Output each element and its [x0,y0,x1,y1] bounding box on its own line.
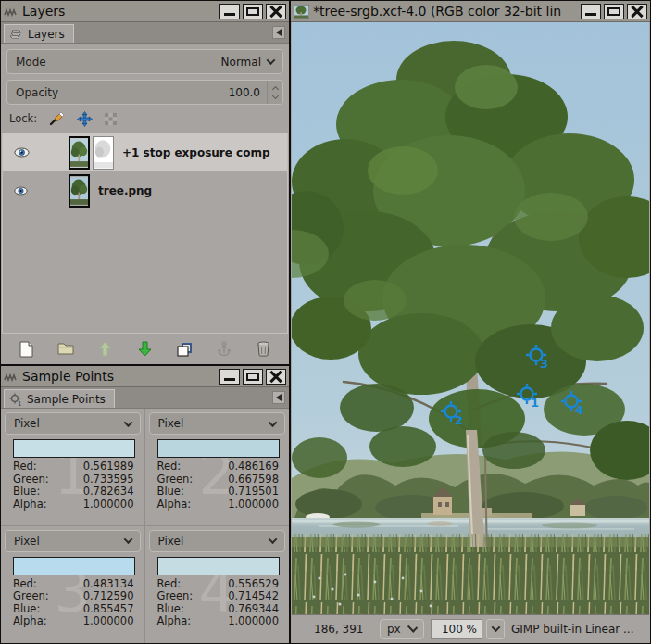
minimize-button[interactable] [219,369,240,385]
minimize-button[interactable] [219,4,240,19]
green-value: 0.714542 [228,590,279,603]
blue-value: 0.719501 [228,486,279,499]
sample-points-grid: Pixel 1 Red:0.561989 Green:0.733595 Blue… [1,409,289,643]
layer-thumbnail[interactable] [69,174,90,208]
raise-layer-button[interactable] [94,338,118,360]
layer-list: +1 stop exposure comp tree.png [2,133,288,334]
layers-icon [9,28,23,40]
close-button[interactable] [266,4,286,19]
tree-photo [292,22,649,614]
sample-point-icon: 1 [9,393,22,406]
unit-select[interactable]: px [380,619,424,639]
sample-point-marker-3[interactable]: 3 [526,345,554,374]
anchor-layer-button[interactable] [212,338,236,360]
opacity-value: 100.0 [229,86,260,99]
green-label: Green: [157,474,194,486]
chevron-down-icon [267,56,276,65]
dock-menu-button[interactable] [272,391,285,404]
layer-row-exposure-comp[interactable]: +1 stop exposure comp [3,133,287,171]
sample-mode-select[interactable]: Pixel [5,530,141,552]
sample-mode-select[interactable]: Pixel [149,530,286,552]
sample-point-number: 3 [540,357,548,371]
svg-text:1: 1 [18,399,21,406]
alpha-label: Alpha: [157,499,192,511]
sample-points-dialog: Sample Points 1 Sample Points Pixel [0,365,290,644]
chevron-down-icon [123,418,132,427]
duplicate-layer-button[interactable] [172,338,196,360]
blue-label: Blue: [157,603,184,616]
color-swatch [157,439,281,458]
layers-toolbar [1,334,289,364]
chevron-down-icon [269,535,278,544]
delete-layer-button[interactable] [252,338,276,360]
sample-point-panel-2: Pixel 2 Red:0.486169 Green:0.667598 Blue… [145,409,290,526]
visibility-eye-icon[interactable] [14,186,28,196]
new-layer-button[interactable] [14,338,38,360]
sample-mode-select[interactable]: Pixel [5,412,141,435]
visibility-eye-icon[interactable] [14,147,30,158]
green-value: 0.733595 [83,474,134,486]
lock-pixels-toggle[interactable] [49,111,65,126]
layers-tabstrip: Layers [1,22,289,44]
close-button[interactable] [627,4,647,19]
delete-layer-icon [257,341,270,357]
tab-layers[interactable]: Layers [4,24,74,43]
blue-value: 0.769344 [228,603,279,616]
opacity-slider[interactable]: Opacity 100.0 [6,80,283,105]
layer-name: +1 stop exposure comp [122,146,270,159]
anchor-layer-icon [217,341,232,357]
unit-value: px [387,623,401,636]
tab-sample-points[interactable]: 1 Sample Points [4,389,115,408]
layer-mask-thumbnail[interactable] [93,136,114,170]
lock-label: Lock: [9,112,37,125]
sample-mode-select[interactable]: Pixel [149,412,286,435]
alpha-label: Alpha: [157,615,192,628]
image-canvas[interactable]: 1 2 3 [292,22,649,614]
pointer-position: 186, 391 [314,623,373,636]
alpha-label: Alpha: [13,615,47,628]
red-value: 0.483134 [83,578,134,591]
blue-value: 0.855457 [83,603,134,616]
sample-point-marker-4[interactable]: 4 [561,391,589,421]
layer-row-tree-png[interactable]: tree.png [3,171,287,209]
opacity-spinner[interactable] [267,81,282,104]
red-value: 0.561989 [83,461,134,474]
zoom-input[interactable]: 100 % [431,619,482,639]
green-value: 0.667598 [228,474,279,486]
layer-mode-select[interactable]: Mode Normal [6,49,283,74]
spin-down-icon [271,92,278,98]
layer-thumbnail[interactable] [69,136,90,170]
mode-value: Normal [221,56,261,69]
new-group-button[interactable] [54,338,78,360]
status-message: GIMP built-in Linear ... [511,623,644,636]
maximize-button[interactable] [604,4,624,19]
layers-titlebar[interactable]: Layers [1,1,289,22]
red-label: Red: [157,461,182,474]
sample-points-titlebar[interactable]: Sample Points [1,366,289,387]
lock-row: Lock: [1,105,289,131]
lower-layer-button[interactable] [132,338,156,360]
new-layer-icon [19,341,33,358]
layers-window-title: Layers [22,4,219,19]
close-button[interactable] [266,369,286,385]
maximize-button[interactable] [243,369,263,385]
sample-point-marker-1[interactable]: 1 [517,384,545,413]
zoom-dropdown-button[interactable] [486,619,505,639]
move-icon [77,111,93,127]
red-label: Red: [157,578,182,591]
color-swatch [13,439,135,458]
tab-layers-label: Layers [28,28,65,41]
raise-layer-icon [98,341,112,357]
dock-menu-button[interactable] [272,26,285,39]
maximize-button[interactable] [243,4,263,19]
chevron-down-icon [123,535,132,544]
minimize-button[interactable] [581,4,601,19]
lock-alpha-toggle[interactable] [105,113,117,125]
sample-point-panel-4: Pixel 4 Red:0.556529 Green:0.714542 Blue… [145,526,290,644]
image-statusbar: 186, 391 px 100 % GIMP built-in Linear .… [292,614,649,642]
sample-point-marker-2[interactable]: 2 [441,401,469,431]
image-window: *tree-srgb.xcf-4.0 (RGB color 32-bit lin [290,0,651,644]
image-window-title: *tree-srgb.xcf-4.0 (RGB color 32-bit lin [313,4,581,19]
image-titlebar[interactable]: *tree-srgb.xcf-4.0 (RGB color 32-bit lin [291,1,650,22]
lock-position-toggle[interactable] [77,111,93,127]
